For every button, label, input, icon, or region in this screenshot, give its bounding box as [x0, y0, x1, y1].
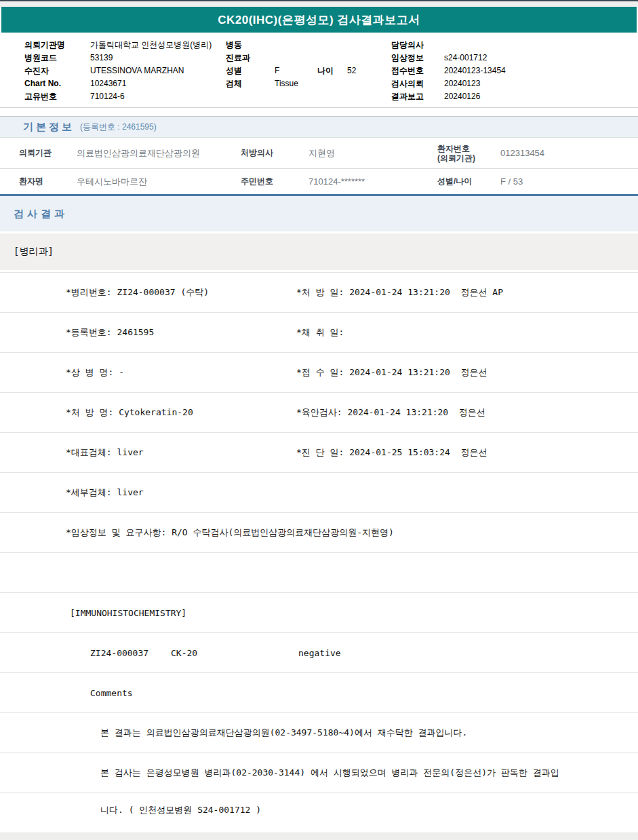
header-field-row: 검사의뢰20240123	[391, 77, 506, 90]
report-date-value: 20240126	[444, 92, 480, 101]
prescribing-doctor-label: 처방의사	[241, 138, 273, 168]
window-top-strip	[0, 0, 638, 7]
results-section-header: 검사결과	[0, 196, 638, 231]
header-field-row: 고유번호710124-6	[24, 90, 212, 103]
registration-number: (등록번호 : 2461595)	[80, 121, 157, 133]
report-title-bar: CK20(IHC)(은평성모) 검사결과보고서	[1, 7, 637, 33]
result-row-main-specimen: *대표검체: liver *진 단 일: 2024-01-25 15:03:24…	[0, 433, 638, 473]
test-request-date-label: 검사의뢰	[391, 77, 444, 90]
age-label: 나이	[317, 64, 347, 77]
ihc-header-row: [IMMUNOHISTOCHEMISTRY]	[0, 593, 638, 633]
hospital-code-value: 53139	[90, 53, 113, 62]
report-header-info: 의뢰기관명가톨릭대학교 인천성모병원(병리) 병원코드53139 수진자UTES…	[0, 33, 638, 108]
patient-name-row-value: 우테시노바마르잔	[77, 169, 147, 194]
basic-info-header: 기본정보 (등록번호 : 2461595)	[0, 117, 638, 137]
patient-number-label-line2: (의뢰기관)	[437, 153, 475, 163]
sex-age-value: F / 53	[500, 169, 523, 194]
main-specimen-field: *대표검체: liver	[66, 446, 144, 459]
window-bottom-strip	[0, 833, 638, 840]
result-row-empty	[0, 553, 638, 593]
header-field-row: 의뢰기관명가톨릭대학교 인천성모병원(병리)	[24, 39, 212, 52]
result-row-registration-no: *등록번호: 2461595 *채 취 일:	[0, 313, 638, 353]
unique-no-label: 고유번호	[24, 90, 90, 103]
basic-info-table: 의뢰기관 의료법인삼광의료재단삼광의원 처방의사 지현영 환자번호(의뢰기관) …	[0, 137, 638, 196]
result-row-order-name: *처 방 명: Cytokeratin-20 *육안검사: 2024-01-24…	[0, 393, 638, 433]
header-middle-column: 병동 진료과 성별F나이52 검체Tissue	[226, 39, 356, 90]
patient-number-label-line1: 환자번호	[437, 144, 470, 153]
ihc-result-row: ZI24-000037 CK-20 negative	[0, 633, 638, 673]
table-row: 환자명 우테시노바마르잔 주민번호 710124-******* 성별/나이 F…	[0, 168, 638, 194]
requesting-org-value: 가톨릭대학교 인천성모병원(병리)	[90, 40, 212, 50]
diagnosis-name-field: *상 병 명: -	[66, 366, 124, 379]
report-date-label: 결과보고	[391, 90, 444, 103]
ward-label: 병동	[226, 39, 275, 52]
clinical-info-label: 임상정보	[391, 52, 444, 64]
patient-number-label: 환자번호(의뢰기관)	[437, 138, 475, 168]
age-value: 52	[347, 66, 356, 75]
patient-name-label: 수진자	[24, 64, 90, 77]
header-field-row: 임상정보s24-001712	[391, 52, 506, 64]
resident-id-value: 710124-*******	[308, 169, 365, 194]
header-field-row: 결과보고20240126	[391, 90, 506, 103]
clinical-request-field: *임상정보 및 요구사항: R/O 수탁검사(의료법인삼광의료재단삼광의원-지현…	[66, 527, 394, 539]
patient-name-row-label: 환자명	[19, 169, 43, 194]
department-label: 진료과	[226, 52, 275, 64]
basic-info-title: 기본정보	[23, 121, 75, 134]
collection-date-field: *채 취 일:	[296, 326, 344, 339]
comment-line: 본 결과는 의료법인삼광의료재단삼광의원(02-3497-5180~4)에서 재…	[100, 727, 467, 739]
results-section-title: 검사결과	[14, 208, 68, 221]
header-field-row: 진료과	[226, 52, 356, 64]
chart-no-label: Chart No.	[24, 77, 90, 90]
sub-specimen-field: *세부검체: liver	[66, 486, 144, 499]
table-row: 의뢰기관 의료법인삼광의료재단삼광의원 처방의사 지현영 환자번호(의뢰기관) …	[0, 137, 638, 168]
page-title: CK20(IHC)(은평성모) 검사결과보고서	[218, 12, 420, 28]
specimen-label: 검체	[226, 77, 275, 90]
header-field-row: 병원코드53139	[24, 52, 212, 64]
patient-number-value: 012313454	[500, 138, 544, 168]
patient-name-value: UTESSINOVA MARZHAN	[90, 66, 184, 75]
receipt-date-field: *접 수 일: 2024-01-24 13:21:20 정은선	[296, 366, 487, 379]
chart-no-value: 10243671	[90, 79, 126, 88]
result-row-pathology-no: *병리번호: ZI24-000037 (수탁) *처 방 일: 2024-01-…	[0, 273, 638, 313]
comment-line: 니다. ( 인천성모병원 S24-001712 )	[100, 804, 261, 816]
specimen-value: Tissue	[275, 79, 298, 88]
attending-doctor-label: 담당의사	[391, 39, 444, 52]
header-field-row: Chart No.10243671	[24, 77, 212, 90]
registration-no-field: *등록번호: 2461595	[66, 326, 154, 339]
test-request-date-value: 20240123	[444, 79, 480, 88]
department-name: [병리과]	[14, 246, 54, 258]
request-org-label: 의뢰기관	[19, 138, 52, 168]
ihc-test-name: CK-20	[171, 648, 197, 658]
comments-label: Comments	[90, 688, 133, 698]
request-org-value: 의료법인삼광의료재단삼광의원	[77, 138, 200, 168]
header-right-column: 담당의사 임상정보s24-001712 접수번호20240123-13454 검…	[391, 39, 506, 103]
hospital-code-label: 병원코드	[24, 52, 90, 64]
sex-age-label: 성별/나이	[437, 169, 472, 194]
receipt-no-value: 20240123-13454	[444, 66, 506, 75]
comment-row: 본 결과는 의료법인삼광의료재단삼광의원(02-3497-5180~4)에서 재…	[0, 713, 638, 753]
header-field-row: 병동	[226, 39, 356, 52]
diagnosis-date-field: *진 단 일: 2024-01-25 15:03:24 정은선	[296, 446, 487, 459]
header-field-row: 성별F나이52	[226, 64, 356, 77]
pathology-no-field: *병리번호: ZI24-000037 (수탁)	[66, 286, 209, 299]
comment-row: 니다. ( 인천성모병원 S24-001712 )	[0, 793, 638, 827]
gross-exam-field: *육안검사: 2024-01-24 13:21:20 정은선	[296, 406, 485, 419]
requesting-org-label: 의뢰기관명	[24, 39, 90, 52]
comment-row: 본 검사는 은평성모병원 병리과(02-2030-3144) 에서 시행되었으며…	[0, 753, 638, 793]
ihc-test-result: negative	[298, 648, 341, 658]
header-field-row: 담당의사	[391, 39, 506, 52]
resident-id-label: 주민번호	[241, 169, 273, 194]
receipt-no-label: 접수번호	[391, 64, 444, 77]
spacer	[0, 108, 638, 116]
sex-label: 성별	[226, 64, 275, 77]
comments-header-row: Comments	[0, 673, 638, 713]
header-field-row: 수진자UTESSINOVA MARZHAN	[24, 64, 212, 77]
prescription-date-field: *처 방 일: 2024-01-24 13:21:20 정은선 AP	[296, 286, 503, 299]
result-row-sub-specimen: *세부검체: liver	[0, 473, 638, 513]
comment-line: 본 검사는 은평성모병원 병리과(02-2030-3144) 에서 시행되었으며…	[100, 767, 559, 779]
header-field-row: 검체Tissue	[226, 77, 356, 90]
result-row-diagnosis-name: *상 병 명: - *접 수 일: 2024-01-24 13:21:20 정은…	[0, 353, 638, 393]
result-rows: *병리번호: ZI24-000037 (수탁) *처 방 일: 2024-01-…	[0, 272, 638, 827]
header-field-row: 접수번호20240123-13454	[391, 64, 506, 77]
clinical-info-value: s24-001712	[444, 53, 487, 62]
